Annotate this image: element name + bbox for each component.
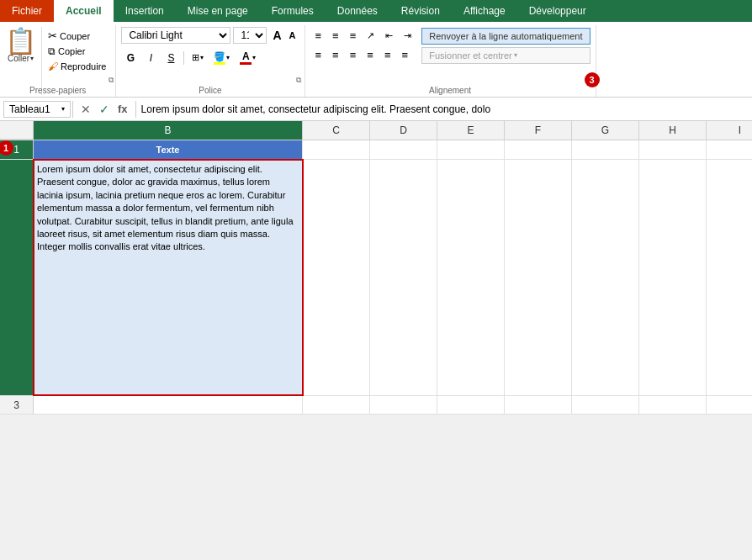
paste-icon: 📋 — [5, 29, 36, 54]
cell-h2[interactable] — [639, 160, 707, 395]
align-center[interactable]: ≡ — [327, 46, 344, 64]
clipboard-section: 📋 Coller▾ ✂ Couper ⧉ Copier 🖌 Reproduire… — [0, 25, 116, 97]
corner-spacer — [0, 121, 34, 140]
tab-developpeur[interactable]: Développeur — [517, 0, 598, 22]
name-box[interactable]: Tableau1 ▾ — [3, 101, 71, 118]
align-top-left[interactable]: ≡ — [310, 27, 327, 45]
align-extra2[interactable]: ≡ — [396, 46, 413, 64]
row-header-2[interactable] — [0, 160, 34, 395]
alignment-expand[interactable]: 3 — [587, 77, 592, 85]
row-header-3[interactable]: 3 — [0, 396, 34, 414]
paste-button[interactable]: 📋 Coller▾ — [3, 27, 42, 95]
col-header-h[interactable]: H — [639, 121, 707, 140]
cell-e1[interactable] — [437, 140, 505, 159]
font-size-increase[interactable]: A — [269, 27, 284, 44]
font-divider — [183, 51, 184, 65]
fill-color-bar — [214, 62, 225, 65]
cell-d1[interactable] — [370, 140, 437, 159]
col-header-b[interactable]: B — [34, 121, 303, 140]
bold-button[interactable]: G — [121, 50, 140, 66]
cell-c1[interactable] — [303, 140, 370, 159]
tab-formules[interactable]: Formules — [260, 0, 326, 22]
cut-button[interactable]: ✂ Couper — [45, 29, 109, 43]
cell-e3[interactable] — [437, 396, 505, 414]
cell-e2[interactable] — [437, 160, 505, 395]
font-size-decrease[interactable]: A — [286, 27, 299, 44]
tab-affichage[interactable]: Affichage — [452, 0, 517, 22]
cell-f3[interactable] — [505, 396, 572, 414]
cell-b1[interactable]: Texte — [34, 140, 303, 159]
cell-d3[interactable] — [370, 396, 437, 414]
clipboard-expand[interactable]: ⧉ — [109, 76, 114, 85]
formula-cancel[interactable]: ✕ — [78, 103, 93, 116]
font-section: Calibri Light 11 A A G I S ⊞▾ 🪣 — [116, 25, 305, 97]
font-expand[interactable]: ⧉ — [296, 76, 301, 85]
grid-row-1: 1 1 Texte — [0, 140, 752, 160]
alignment-section: ≡ ≡ ≡ ↗ ⇤ ⇥ ≡ ≡ ≡ ≡ ≡ ≡ Renvoyer à la li… — [305, 25, 596, 97]
cell-i2[interactable] — [707, 160, 752, 395]
col-header-e[interactable]: E — [437, 121, 505, 140]
wrap-text-button[interactable]: Renvoyer à la ligne automatiquement — [421, 28, 590, 45]
format-painter-button[interactable]: 🖌 Reproduire — [45, 60, 109, 73]
formula-controls: ✕ ✓ fx — [75, 103, 134, 116]
cell-b3[interactable] — [34, 396, 303, 414]
font-label: Police — [116, 86, 304, 95]
fill-icon: 🪣 — [214, 51, 225, 62]
align-extra1[interactable]: ≡ — [379, 46, 396, 64]
italic-button[interactable]: I — [141, 50, 160, 66]
tab-donnees[interactable]: Données — [326, 0, 389, 22]
font-name-select[interactable]: Calibri Light — [121, 27, 230, 44]
cell-g2[interactable] — [572, 160, 639, 395]
copy-icon: ⧉ — [48, 45, 56, 57]
formula-confirm[interactable]: ✓ — [97, 103, 112, 116]
cell-g1[interactable] — [572, 140, 639, 159]
fill-color-button[interactable]: 🪣 ▾ — [209, 49, 234, 67]
indent-increase[interactable]: ⇥ — [399, 27, 416, 45]
indent-decrease[interactable]: ⇤ — [380, 27, 398, 45]
clipboard-sub: ✂ Couper ⧉ Copier 🖌 Reproduire — [42, 27, 112, 95]
cell-f1[interactable] — [505, 140, 572, 159]
merge-center-button[interactable]: Fusionner et centrer ▾ — [421, 47, 590, 64]
formula-fx[interactable]: fx — [115, 103, 130, 115]
align-right[interactable]: ≡ — [345, 46, 362, 64]
tab-fichier[interactable]: Fichier — [0, 0, 54, 22]
borders-button[interactable]: ⊞▾ — [188, 50, 208, 66]
row-header-1[interactable]: 1 1 — [0, 140, 34, 159]
cell-d2[interactable] — [370, 160, 437, 395]
cell-h3[interactable] — [639, 396, 707, 414]
col-header-d[interactable]: D — [370, 121, 437, 140]
underline-button[interactable]: S — [162, 50, 180, 66]
merge-arrow: ▾ — [514, 51, 517, 59]
formula-input[interactable]: Lorem ipsum dolor sit amet, consectetur … — [138, 102, 749, 117]
font-size-select[interactable]: 11 — [233, 27, 267, 44]
cell-i1[interactable] — [707, 140, 752, 159]
font-color-button[interactable]: A ▾ — [236, 48, 260, 67]
align-left[interactable]: ≡ — [310, 46, 327, 64]
format-painter-icon: 🖌 — [48, 61, 58, 72]
col-header-g[interactable]: G — [572, 121, 639, 140]
copy-button[interactable]: ⧉ Copier — [45, 45, 109, 58]
col-header-c[interactable]: C — [303, 121, 370, 140]
cell-g3[interactable] — [572, 396, 639, 414]
formula-divider — [72, 101, 73, 118]
align-top-right[interactable]: ≡ — [345, 27, 362, 45]
cell-b2[interactable]: Lorem ipsum dolor sit amet, consectetur … — [34, 160, 303, 395]
tab-mise-en-page[interactable]: Mise en page — [176, 0, 260, 22]
cell-f2[interactable] — [505, 160, 572, 395]
cell-h1[interactable] — [639, 140, 707, 159]
clipboard-label: Presse-papiers — [0, 86, 115, 95]
tab-accueil[interactable]: Accueil — [54, 0, 114, 22]
tab-insertion[interactable]: Insertion — [114, 0, 176, 22]
text-angle[interactable]: ↗ — [362, 27, 379, 45]
col-header-f[interactable]: F — [505, 121, 572, 140]
cell-text: Lorem ipsum dolor sit amet, consectetur … — [37, 163, 299, 254]
alignment-label: Alignement — [305, 86, 596, 95]
cell-c3[interactable] — [303, 396, 370, 414]
cell-c2[interactable] — [303, 160, 370, 395]
cell-i3[interactable] — [707, 396, 752, 414]
tab-bar: Fichier Accueil Insertion Mise en page F… — [0, 0, 752, 22]
align-justify[interactable]: ≡ — [362, 46, 379, 64]
tab-revision[interactable]: Révision — [389, 0, 452, 22]
align-top-center[interactable]: ≡ — [327, 27, 344, 45]
col-header-i[interactable]: I — [707, 121, 752, 140]
